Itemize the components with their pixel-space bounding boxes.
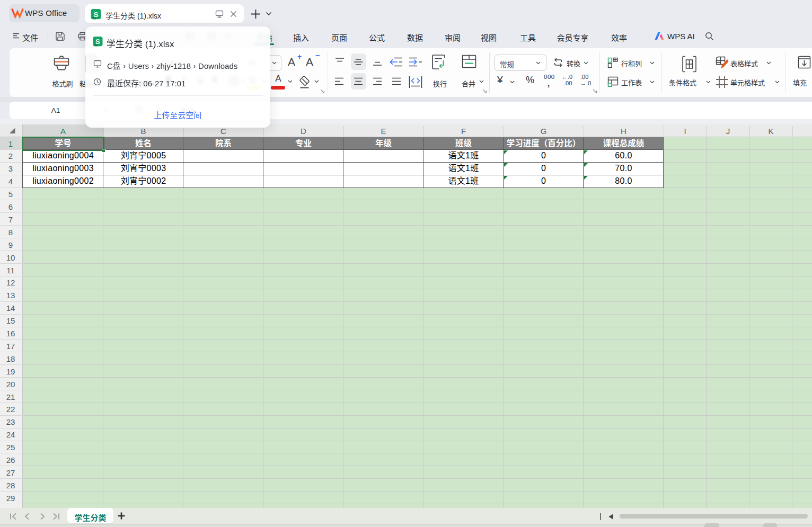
svg-text:S: S [95,38,100,46]
svg-text:S: S [93,11,98,19]
